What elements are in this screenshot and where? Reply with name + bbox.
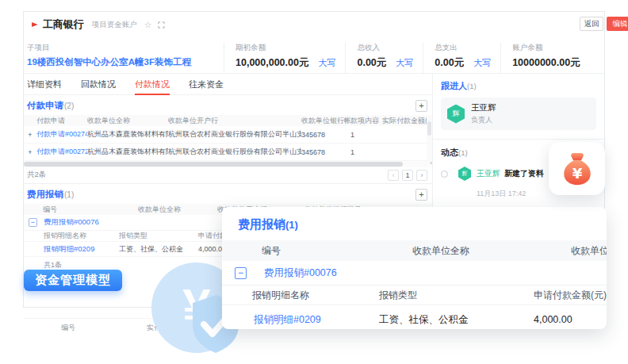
avatar: 辉 (447, 105, 465, 124)
field-opening-balance: 期初余额 10,000,000.00元大写 (224, 43, 345, 73)
row-count: 共2条 (27, 170, 46, 180)
expense-link[interactable]: 费用报销#00076 (264, 266, 337, 280)
field-account-balance: 账户余额 10000000.00元 (500, 43, 590, 73)
follower-card[interactable]: 辉 王亚辉 负责人 (441, 98, 596, 130)
page-number[interactable]: 1 (402, 170, 413, 181)
star-icon[interactable]: ☆ (144, 20, 152, 30)
detail-tabs: 详细资料 回款情况 付款情况 往来资金 (24, 74, 432, 95)
activity-action: 新建了资料 (504, 168, 544, 179)
topbar: ▶ 工商银行 项目资金账户 ☆ (24, 12, 604, 37)
add-payment-request-button[interactable]: + (415, 100, 427, 112)
expand-row-icon[interactable]: + (24, 148, 36, 156)
detail-link[interactable]: 报销明细#0209 (254, 313, 379, 327)
tab-receipt-status[interactable]: 回款情况 (81, 74, 116, 95)
collapse-row-icon[interactable]: − (235, 267, 247, 279)
field-total-income: 总收入 0.00元大写 (345, 43, 423, 73)
detail-link[interactable]: 报销明细#0209 (44, 244, 119, 255)
subproject-link[interactable]: 19楼西投创智中心办公室A幢3F装饰工程 (27, 56, 214, 68)
payment-table-footer: 共2条 ‹ 1 › (24, 167, 432, 182)
clock-icon (441, 171, 448, 178)
activity-user[interactable]: 王亚辉 (477, 168, 500, 179)
daxie-link[interactable]: 大写 (396, 58, 413, 67)
pagination: ‹ 1 › (388, 170, 427, 181)
tab-payment-status[interactable]: 付款情况 (135, 74, 170, 95)
add-expense-button[interactable]: + (415, 189, 427, 201)
edit-button[interactable]: 编辑 (607, 17, 628, 31)
svg-text:¥: ¥ (572, 165, 582, 182)
daxie-link[interactable]: 大写 (473, 58, 491, 67)
fullscreen-icon[interactable] (158, 21, 165, 29)
money-bag-icon: ¥ (559, 150, 595, 188)
payment-request-link[interactable]: 付款申请#00272 (36, 147, 87, 157)
overlay-title: 费用报销(1) (222, 207, 607, 232)
payment-request-section-head: 付款申请 (2) + (24, 95, 432, 115)
overlay-header-row: 编号 收款单位全称 收款单位开户行 (222, 240, 607, 261)
horizontal-scrollbar[interactable]: › (24, 161, 432, 167)
table-row: + 付款申请#00272 杭州品木森鹿装饰材料有限公司 杭州联合农村商业银行股份… (24, 144, 432, 161)
tab-current-funds[interactable]: 往来资金 (189, 74, 224, 95)
collapse-row-icon[interactable]: − (29, 218, 37, 227)
account-type-label: 项目资金账户 (92, 20, 137, 30)
scrollbar-thumb[interactable] (24, 162, 403, 167)
followers-title: 跟进人(1) (441, 80, 596, 92)
next-page-button[interactable]: › (416, 170, 427, 181)
prev-page-button[interactable]: ‹ (388, 170, 399, 181)
overlay-detail-header: 报销明细名称 报销类型 申请付款金额(元) (222, 285, 607, 305)
brand-arrow-icon: ▶ (32, 21, 38, 28)
back-button[interactable]: 返回 (580, 17, 603, 31)
overlay-expense-row: − 费用报销#00076 (222, 261, 607, 285)
daxie-link[interactable]: 大写 (318, 58, 335, 67)
payment-request-link[interactable]: 付款申请#00274 (36, 129, 87, 140)
expand-row-icon[interactable]: + (24, 131, 36, 139)
section-title: 费用报销 (27, 189, 63, 201)
field-total-expense: 总支出 0.00元大写 (423, 43, 500, 73)
vertical-scrollbar[interactable] (427, 115, 432, 161)
table-row: + 付款申请#00274 杭州品木森鹿装饰材料有限公司 杭州联合农村商业银行股份… (24, 126, 432, 144)
expense-link[interactable]: 费用报销#00076 (44, 217, 99, 228)
follower-name: 王亚辉 (471, 102, 496, 113)
bank-name: 工商银行 (43, 17, 84, 32)
expense-section-head: 费用报销 (1) + (24, 184, 432, 204)
model-name-badge: 资金管理模型 (24, 270, 122, 291)
scroll-right-icon[interactable]: › (430, 159, 432, 167)
account-summary-row: 子项目 19楼西投创智中心办公室A幢3F装饰工程 期初余额 10,000,000… (24, 37, 604, 74)
fund-icon-card: ¥ (549, 142, 605, 195)
avatar: 辉 (458, 167, 471, 181)
follower-role: 负责人 (471, 115, 496, 125)
tab-detail-info[interactable]: 详细资料 (27, 74, 62, 95)
section-title: 付款申请 (27, 100, 63, 112)
expense-zoom-card: 费用报销(1) 编号 收款单位全称 收款单位开户行 − 费用报销#00076 报… (222, 207, 607, 329)
divider (433, 139, 604, 140)
table-header-row: 付款申请 收款单位全称 收款单位开户行 收款单位银行帐号 款项内容 实际付款金额… (24, 115, 432, 126)
overlay-detail-row: 报销明细#0209 工资、社保、公积金 4,000.00 (222, 305, 607, 329)
payment-request-table: 付款申请 收款单位全称 收款单位开户行 收款单位银行帐号 款项内容 实际付款金额… (24, 115, 432, 167)
field-subproject: 子项目 19楼西投创智中心办公室A幢3F装饰工程 (27, 43, 224, 73)
